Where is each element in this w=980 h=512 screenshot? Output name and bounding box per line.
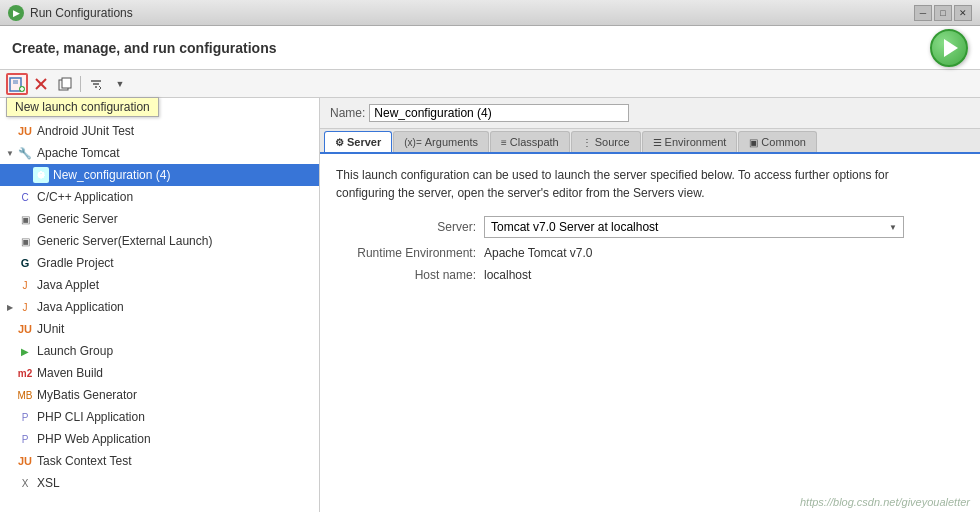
- runtime-value: Apache Tomcat v7.0: [484, 246, 593, 260]
- tab-environment[interactable]: ☰Environment: [642, 131, 738, 152]
- tab-icon-environment: ☰: [653, 137, 662, 148]
- server-dropdown-value: Tomcat v7.0 Server at localhost: [491, 220, 658, 234]
- new-config-button[interactable]: New launch configuration: [6, 73, 28, 95]
- new-config-tooltip: New launch configuration: [6, 97, 159, 117]
- right-panel: Name: ⚙Server(x)=Arguments≡Classpath⋮Sou…: [320, 98, 980, 512]
- tree-arrow-icon: [4, 323, 16, 335]
- minimize-button[interactable]: ─: [914, 5, 932, 21]
- tree-item-php-cli[interactable]: PPHP CLI Application: [0, 406, 319, 428]
- tree-item-generic-server-ext[interactable]: ▣Generic Server(External Launch): [0, 230, 319, 252]
- tab-label-server: Server: [347, 136, 381, 148]
- tab-label-environment: Environment: [665, 136, 727, 148]
- title-bar: ▶ Run Configurations ─ □ ✕: [0, 0, 980, 26]
- dropdown-button[interactable]: ▼: [109, 73, 131, 95]
- server-dropdown[interactable]: Tomcat v7.0 Server at localhost ▼: [484, 216, 904, 238]
- tree-item-mybatis[interactable]: MBMyBatis Generator: [0, 384, 319, 406]
- tree-item-label: Gradle Project: [37, 256, 114, 270]
- tree-item-java-app[interactable]: ▶JJava Application: [0, 296, 319, 318]
- tree-arrow-icon: [4, 213, 16, 225]
- tree-item-icon: P: [17, 431, 33, 447]
- tab-common[interactable]: ▣Common: [738, 131, 817, 152]
- tree-arrow-icon: [4, 433, 16, 445]
- tree-arrow-icon: [4, 257, 16, 269]
- tree-item-icon: J: [17, 277, 33, 293]
- tree-item-icon: C: [17, 189, 33, 205]
- run-button[interactable]: [930, 29, 968, 67]
- tree-item-task-context[interactable]: JUTask Context Test: [0, 450, 319, 472]
- tree-item-icon: JU: [17, 123, 33, 139]
- tab-label-common: Common: [761, 136, 806, 148]
- tree-item-icon: ▣: [17, 233, 33, 249]
- tree-item-label: XSL: [37, 476, 60, 490]
- tree-item-label: PHP CLI Application: [37, 410, 145, 424]
- content-area: AAndroid ApplicationJUAndroid JUnit Test…: [0, 98, 980, 512]
- tree-item-label: Generic Server(External Launch): [37, 234, 212, 248]
- duplicate-button[interactable]: [54, 73, 76, 95]
- tab-content: This launch configuration can be used to…: [320, 154, 980, 492]
- tree-item-label: Android JUnit Test: [37, 124, 134, 138]
- tab-icon-common: ▣: [749, 137, 758, 148]
- tab-server[interactable]: ⚙Server: [324, 131, 392, 152]
- tree-item-cpp-app[interactable]: CC/C++ Application: [0, 186, 319, 208]
- filter-button[interactable]: [85, 73, 107, 95]
- tree-item-icon: P: [17, 409, 33, 425]
- tree-arrow-icon: [4, 125, 16, 137]
- tree-arrow-icon: [4, 411, 16, 423]
- left-panel: AAndroid ApplicationJUAndroid JUnit Test…: [0, 98, 320, 512]
- maximize-button[interactable]: □: [934, 5, 952, 21]
- tree-item-maven-build[interactable]: m2Maven Build: [0, 362, 319, 384]
- tab-icon-server: ⚙: [335, 137, 344, 148]
- toolbar-separator: [80, 76, 81, 92]
- tree-item-icon: ▣: [17, 211, 33, 227]
- server-row: Server: Tomcat v7.0 Server at localhost …: [336, 216, 964, 238]
- tree-item-junit[interactable]: JUJUnit: [0, 318, 319, 340]
- tabs-bar: ⚙Server(x)=Arguments≡Classpath⋮Source☰En…: [320, 129, 980, 154]
- tree-item-icon: JU: [17, 453, 33, 469]
- tree-item-label: Apache Tomcat: [37, 146, 120, 160]
- host-value: localhost: [484, 268, 531, 282]
- tab-source[interactable]: ⋮Source: [571, 131, 641, 152]
- window-controls: ─ □ ✕: [914, 5, 972, 21]
- tree-arrow-icon: [4, 345, 16, 357]
- tree-item-label: Generic Server: [37, 212, 118, 226]
- app-icon: ▶: [8, 5, 24, 21]
- tree-item-icon: J: [17, 299, 33, 315]
- tree-arrow-icon: [4, 279, 16, 291]
- tree-item-label: Maven Build: [37, 366, 103, 380]
- runtime-row: Runtime Environment: Apache Tomcat v7.0: [336, 246, 964, 260]
- tree-item-label: C/C++ Application: [37, 190, 133, 204]
- tree-arrow-icon: [4, 477, 16, 489]
- tree-item-apache-tomcat[interactable]: ▼🔧Apache Tomcat: [0, 142, 319, 164]
- tree-item-label: JUnit: [37, 322, 64, 336]
- watermark: https://blog.csdn.net/giveyoualetter: [800, 496, 970, 508]
- tree-item-label: Launch Group: [37, 344, 113, 358]
- tree-item-xsl[interactable]: XXSL: [0, 472, 319, 494]
- tree-item-java-applet[interactable]: JJava Applet: [0, 274, 319, 296]
- tree-arrow-icon: [20, 169, 32, 181]
- tree-item-icon: JU: [17, 321, 33, 337]
- config-name-bar: Name:: [320, 98, 980, 129]
- tree-item-new-config-4[interactable]: ⚙New_configuration (4): [0, 164, 319, 186]
- tab-label-classpath: Classpath: [510, 136, 559, 148]
- tab-arguments[interactable]: (x)=Arguments: [393, 131, 489, 152]
- tree-item-android-junit[interactable]: JUAndroid JUnit Test: [0, 120, 319, 142]
- config-name-input[interactable]: [369, 104, 629, 122]
- delete-button[interactable]: [30, 73, 52, 95]
- tree-arrow-icon: [4, 191, 16, 203]
- tab-classpath[interactable]: ≡Classpath: [490, 131, 570, 152]
- tree-item-generic-server[interactable]: ▣Generic Server: [0, 208, 319, 230]
- tree-item-label: PHP Web Application: [37, 432, 151, 446]
- tree-item-php-web[interactable]: PPHP Web Application: [0, 428, 319, 450]
- tab-icon-arguments: (x)=: [404, 137, 422, 148]
- svg-rect-9: [62, 78, 71, 88]
- tree-item-label: Java Applet: [37, 278, 99, 292]
- tree-item-launch-group[interactable]: ▶Launch Group: [0, 340, 319, 362]
- tab-icon-source: ⋮: [582, 137, 592, 148]
- tree-item-icon: G: [17, 255, 33, 271]
- close-button[interactable]: ✕: [954, 5, 972, 21]
- tree-item-gradle[interactable]: GGradle Project: [0, 252, 319, 274]
- tree-arrow-icon: [4, 455, 16, 467]
- toolbar: New launch configuration ▼: [0, 70, 980, 98]
- tree-arrow-icon: [4, 367, 16, 379]
- tree-arrow-icon: ▼: [4, 147, 16, 159]
